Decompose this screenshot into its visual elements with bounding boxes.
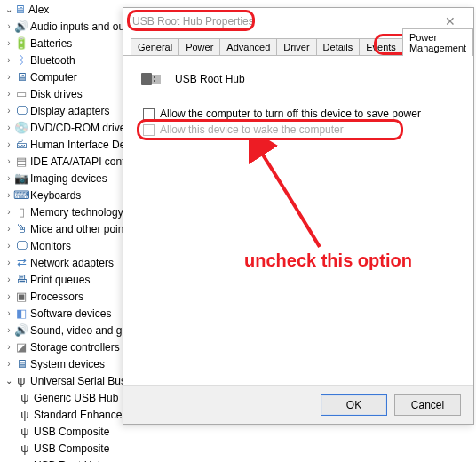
chevron-right-icon: › — [4, 224, 14, 235]
tree-subitem[interactable]: ψUSB Composite — [0, 423, 151, 440]
checkbox-icon — [143, 124, 155, 136]
chevron-right-icon: › — [4, 291, 14, 302]
tab-general[interactable]: General — [131, 38, 179, 55]
usb-device-icon — [138, 68, 166, 90]
imaging-icon: 📷 — [14, 171, 28, 186]
chevron-right-icon: › — [4, 173, 14, 184]
disk-icon: ▭ — [14, 87, 28, 101]
checkbox-row-turnoff[interactable]: Allow the computer to turn off this devi… — [143, 108, 459, 120]
memory-icon: ▯ — [14, 205, 28, 219]
tree-subitem[interactable]: ψUSB Composite — [0, 440, 151, 457]
ok-button[interactable]: OK — [321, 394, 387, 416]
device-name-label: USB Root Hub — [175, 73, 245, 85]
printer-icon: 🖶 — [14, 273, 28, 287]
computer-icon: 🖥 — [12, 3, 27, 17]
battery-icon: 🔋 — [14, 36, 28, 51]
usb-icon: ψ — [18, 458, 32, 463]
svg-rect-0 — [141, 73, 152, 85]
chevron-right-icon: › — [4, 38, 14, 49]
checkbox-icon[interactable] — [143, 108, 155, 120]
usb-icon: ψ — [18, 442, 32, 456]
tab-advanced[interactable]: Advanced — [219, 38, 277, 55]
chevron-right-icon: › — [4, 139, 14, 150]
chevron-right-icon: › — [4, 21, 14, 32]
tab-details[interactable]: Details — [316, 38, 361, 55]
usb-icon: ψ — [14, 374, 28, 388]
cancel-button[interactable]: Cancel — [394, 394, 461, 416]
chevron-right-icon: › — [4, 89, 14, 100]
display-icon: 🖵 — [14, 104, 28, 118]
chevron-down-icon: ⌄ — [4, 376, 14, 386]
monitor-icon: 🖵 — [14, 239, 28, 253]
chevron-right-icon: › — [4, 325, 14, 336]
dvd-icon: 💿 — [14, 121, 28, 135]
keyboard-icon: ⌨ — [14, 188, 28, 203]
usb-icon: ψ — [18, 425, 32, 439]
chevron-right-icon: › — [4, 241, 14, 251]
chevron-right-icon: › — [4, 207, 14, 218]
dialog-title: USB Root Hub Properties — [132, 15, 254, 28]
tree-subitem[interactable]: ψUSB Root Hub — [0, 457, 151, 462]
checkbox-row-wake: Allow this device to wake the computer — [143, 123, 459, 136]
tab-power-management[interactable]: Power Management — [402, 28, 473, 56]
chevron-right-icon: › — [4, 308, 14, 319]
storage-icon: ◪ — [14, 340, 28, 354]
tab-power[interactable]: Power — [178, 38, 220, 55]
usb-icon: ψ — [18, 408, 32, 422]
chevron-right-icon: › — [4, 55, 14, 66]
bluetooth-icon: ᛒ — [14, 53, 28, 68]
chevron-right-icon: › — [4, 275, 14, 285]
dialog-body: USB Root Hub Allow the computer to turn … — [123, 56, 473, 385]
checkbox-label: Allow the computer to turn off this devi… — [160, 108, 421, 120]
checkbox-label: Allow this device to wake the computer — [160, 123, 344, 136]
svg-rect-3 — [154, 80, 155, 82]
tab-events[interactable]: Events — [359, 38, 403, 55]
software-icon: ◧ — [14, 307, 28, 321]
chevron-right-icon: › — [4, 359, 14, 370]
tab-driver[interactable]: Driver — [276, 38, 316, 55]
sound-icon: 🔊 — [14, 323, 28, 338]
ide-icon: ▤ — [14, 155, 28, 169]
close-icon: ✕ — [445, 14, 456, 28]
hid-icon: 🖮 — [14, 138, 28, 152]
computer-icon: 🖥 — [14, 70, 28, 84]
svg-rect-2 — [154, 76, 155, 78]
processor-icon: ▣ — [14, 290, 28, 304]
usb-icon: ψ — [18, 391, 32, 405]
chevron-right-icon: › — [4, 342, 14, 353]
tree-root-label: Alex — [28, 2, 49, 18]
network-icon: ⇄ — [14, 256, 28, 270]
chevron-right-icon: › — [4, 123, 14, 133]
system-icon: 🖥 — [14, 357, 28, 371]
chevron-right-icon: › — [4, 106, 14, 116]
chevron-right-icon: › — [4, 258, 14, 268]
tab-bar: General Power Advanced Driver Details Ev… — [123, 35, 473, 56]
properties-dialog: USB Root Hub Properties ✕ General Power … — [123, 7, 474, 425]
svg-rect-1 — [152, 75, 161, 84]
mouse-icon: 🖱 — [14, 222, 28, 236]
audio-icon: 🔊 — [14, 20, 28, 34]
chevron-right-icon: › — [4, 156, 14, 167]
chevron-right-icon: › — [4, 72, 14, 83]
dialog-footer: OK Cancel — [123, 385, 473, 424]
